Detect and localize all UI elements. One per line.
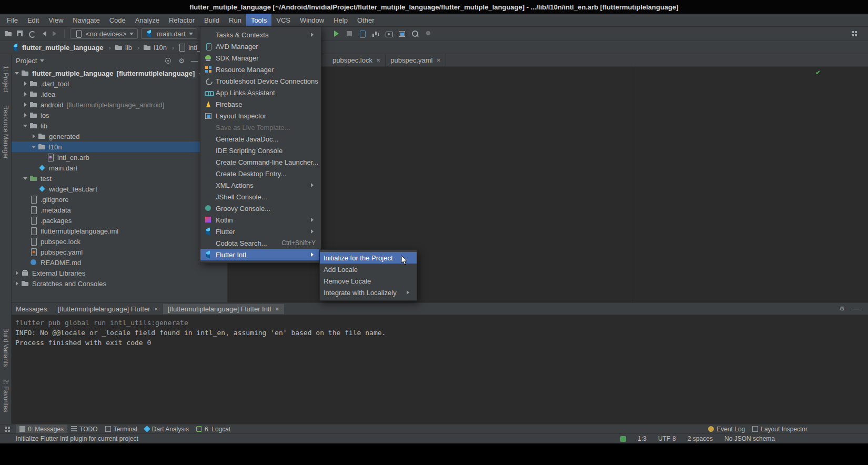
menu-item[interactable]: Remove Locale	[320, 275, 417, 287]
tool-window-button[interactable]: 1: Project	[2, 66, 9, 93]
profiler-icon[interactable]	[371, 29, 380, 38]
inspection-ok-icon[interactable]: ✔	[815, 69, 821, 76]
menu-item[interactable]: Troubleshoot Device Connections	[200, 75, 321, 87]
menu-item[interactable]: Resource Manager	[200, 64, 321, 75]
tree-expand-arrow[interactable]	[14, 278, 21, 289]
menu-bar-item[interactable]: Run	[224, 14, 246, 26]
tree-row[interactable]: ios	[12, 110, 227, 120]
console-output[interactable]: flutter pub global run intl_utils:genera…	[12, 315, 868, 424]
locate-icon[interactable]	[164, 56, 172, 65]
tree-row[interactable]: test	[12, 173, 227, 184]
tree-expand-arrow[interactable]	[14, 268, 21, 278]
tree-row[interactable]: flutter_mutiple_language [fluttermutiple…	[12, 68, 227, 78]
menu-item[interactable]: Initialize for the Project	[320, 252, 417, 264]
tree-expand-arrow[interactable]	[22, 205, 29, 215]
breadcrumb-item[interactable]: flutter_mutiple_language	[5, 43, 105, 52]
tool-window-button[interactable]: 0: Messages	[16, 424, 67, 433]
menu-bar-item[interactable]: Help	[329, 14, 352, 26]
forward-icon[interactable]	[51, 29, 59, 38]
menu-bar-item[interactable]: Navigate	[68, 14, 104, 26]
hide-panel-icon[interactable]: —	[853, 305, 860, 312]
tree-row[interactable]: widget_test.dart	[12, 184, 227, 194]
gear-icon[interactable]: ⚙	[178, 57, 185, 65]
menu-item[interactable]: Save as Live Template...	[200, 122, 321, 133]
editor-tab[interactable]: pubspec.yaml ✕	[386, 54, 446, 66]
tool-window-button[interactable]: Dart Analysis	[141, 424, 193, 433]
tree-row[interactable]: intl_en.arb	[12, 152, 227, 163]
menu-bar-item[interactable]: File	[2, 14, 23, 26]
menu-item[interactable]: Codota Search... Ctrl+Shift+Y	[200, 237, 321, 249]
console-tab[interactable]: [fluttermutiplelanguage] Flutter ✕	[53, 304, 163, 314]
menu-item[interactable]: Flutter	[200, 226, 321, 237]
tree-expand-arrow[interactable]	[31, 141, 38, 152]
menu-item[interactable]: Flutter Intl	[200, 249, 321, 260]
stop-icon[interactable]	[345, 29, 354, 38]
gear-icon[interactable]: ⚙	[839, 305, 845, 312]
status-indicator-icon[interactable]	[620, 436, 626, 442]
menu-bar-item[interactable]: Other	[352, 14, 379, 26]
tool-window-button[interactable]: Event Log	[704, 424, 749, 433]
save-icon[interactable]	[16, 29, 24, 38]
open-icon[interactable]	[4, 29, 13, 38]
tool-window-switcher-icon[interactable]	[4, 426, 11, 432]
tree-expand-arrow[interactable]	[22, 89, 29, 99]
close-icon[interactable]: ✕	[437, 57, 441, 63]
grid-icon[interactable]	[850, 29, 859, 38]
tree-expand-arrow[interactable]	[22, 110, 29, 120]
status-widget[interactable]: UTF-8	[658, 435, 676, 442]
editor-tab[interactable]: pubspec.lock ✕	[328, 54, 386, 66]
menu-item[interactable]: Kotlin	[200, 214, 321, 226]
close-icon[interactable]: ✕	[154, 306, 158, 312]
tree-expand-arrow[interactable]	[31, 184, 38, 194]
menu-bar-item[interactable]: View	[44, 14, 68, 26]
tree-row[interactable]: .gitignore	[12, 194, 227, 205]
menu-bar-item[interactable]: Edit	[23, 14, 44, 26]
tree-row[interactable]: External Libraries	[12, 268, 227, 278]
sync-icon[interactable]	[27, 29, 36, 38]
console-tab[interactable]: [fluttermutiplelanguage] Flutter Intl ✕	[163, 304, 284, 314]
menu-bar-item[interactable]: Refactor	[164, 14, 199, 26]
tree-row[interactable]: generated	[12, 131, 227, 141]
tree-row[interactable]: .dart_tool	[12, 78, 227, 89]
tree-row[interactable]: Scratches and Consoles	[12, 278, 227, 289]
menu-item[interactable]: Create Desktop Entry...	[200, 168, 321, 179]
close-icon[interactable]: ✕	[376, 57, 380, 63]
tree-expand-arrow[interactable]	[31, 163, 38, 173]
layout-inspector-icon[interactable]	[398, 29, 406, 38]
tree-expand-arrow[interactable]	[31, 131, 38, 141]
tree-expand-arrow[interactable]	[22, 78, 29, 89]
menu-bar-item[interactable]: Build	[199, 14, 224, 26]
hide-panel-icon[interactable]: —	[191, 57, 198, 65]
back-icon[interactable]	[39, 29, 47, 38]
bulb-icon[interactable]	[424, 29, 432, 38]
menu-bar-item[interactable]: Analyze	[130, 14, 164, 26]
tree-row[interactable]: fluttermutiplelanguage.iml	[12, 226, 227, 236]
attach-debugger-icon[interactable]	[358, 29, 367, 38]
menu-item[interactable]: Layout Inspector	[200, 110, 321, 122]
tree-row[interactable]: l10n	[12, 141, 227, 152]
tree-expand-arrow[interactable]	[39, 152, 46, 163]
menu-item[interactable]: App Links Assistant	[200, 87, 321, 98]
tree-row[interactable]: .idea	[12, 89, 227, 99]
menu-item[interactable]: Create Command-line Launcher...	[200, 156, 321, 168]
menu-item[interactable]: AVD Manager	[200, 41, 321, 52]
menu-bar-item[interactable]: VCS	[271, 14, 295, 26]
screen-capture-icon[interactable]	[385, 29, 393, 38]
breadcrumb-item[interactable]: › l10n	[135, 43, 168, 52]
run-config-selector[interactable]: main.dart	[141, 28, 197, 39]
status-widget[interactable]: 1:3	[638, 435, 647, 442]
chevron-down-icon[interactable]	[40, 59, 44, 64]
run-icon[interactable]	[332, 29, 340, 38]
tool-window-button[interactable]: 2: Favorites	[2, 379, 9, 412]
tree-expand-arrow[interactable]	[22, 99, 29, 110]
tree-expand-arrow[interactable]	[22, 215, 29, 226]
menu-item[interactable]: Groovy Console...	[200, 203, 321, 214]
tree-row[interactable]: README.md	[12, 257, 227, 268]
menu-bar-item[interactable]: Window	[295, 14, 329, 26]
tree-expand-arrow[interactable]	[22, 194, 29, 205]
close-icon[interactable]: ✕	[275, 306, 279, 312]
breadcrumb-item[interactable]: › lib	[106, 43, 133, 52]
tree-row[interactable]: android [fluttermutiplelanguage_android]	[12, 99, 227, 110]
menu-item[interactable]: SDK Manager	[200, 52, 321, 64]
tree-expand-arrow[interactable]	[22, 226, 29, 236]
